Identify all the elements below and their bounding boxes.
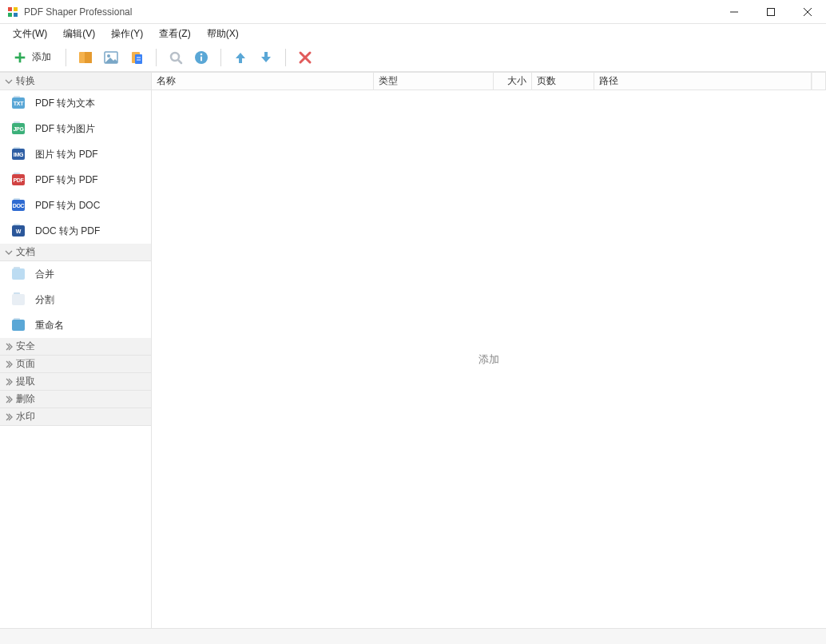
list-body[interactable]: 添加: [152, 90, 826, 628]
menu-file[interactable]: 文件(W): [5, 26, 55, 42]
info-button[interactable]: [189, 45, 214, 70]
column-path[interactable]: 路径: [594, 73, 812, 89]
file-type-icon: DOC: [11, 198, 26, 213]
svg-rect-1: [768, 8, 775, 15]
toolbar-separator: [156, 49, 157, 66]
remove-button[interactable]: [292, 45, 318, 70]
image-button[interactable]: [98, 45, 124, 70]
group-header-2[interactable]: 安全: [0, 338, 151, 356]
toolbar-separator: [66, 49, 66, 66]
sidebar-item-0-0[interactable]: TXTPDF 转为文本: [0, 90, 151, 116]
sidebar-item-label: PDF 转为 DOC: [35, 199, 100, 213]
add-button[interactable]: 添加: [8, 45, 59, 70]
chevron-right-icon: [5, 378, 13, 386]
menu-edit[interactable]: 编辑(V): [55, 26, 103, 42]
close-icon: [297, 50, 313, 66]
sidebar-item-0-4[interactable]: DOCPDF 转为 DOC: [0, 193, 151, 218]
group-title: 删除: [16, 392, 35, 406]
folder-button[interactable]: [73, 45, 98, 70]
minimize-button[interactable]: [716, 0, 753, 24]
group-title: 页面: [16, 357, 35, 371]
sidebar-item-0-5[interactable]: WDOC 转为 PDF: [0, 218, 151, 244]
menu-bar: 文件(W) 编辑(V) 操作(Y) 查看(Z) 帮助(X): [0, 24, 826, 43]
group-title: 提取: [16, 375, 35, 388]
list-placeholder: 添加: [479, 352, 499, 367]
status-bar: [0, 628, 826, 644]
close-button[interactable]: [789, 0, 826, 24]
column-name[interactable]: 名称: [152, 73, 374, 89]
add-button-label: 添加: [32, 50, 51, 64]
plus-icon: [13, 50, 27, 65]
group-header-3[interactable]: 页面: [0, 356, 151, 373]
file-type-icon: IMG: [11, 147, 26, 161]
sidebar: 转换TXTPDF 转为文本JPGPDF 转为图片IMG图片 转为 PDFPDFP…: [0, 73, 152, 628]
file-type-icon: TXT: [11, 96, 26, 110]
file-type-icon: [11, 267, 26, 281]
window-title: PDF Shaper Professional: [24, 6, 132, 18]
sidebar-item-1-2[interactable]: 重命名: [0, 312, 151, 338]
column-size[interactable]: 大小: [494, 73, 532, 89]
svg-rect-18: [201, 56, 202, 61]
column-type[interactable]: 类型: [374, 73, 494, 89]
search-button[interactable]: [163, 45, 189, 70]
toolbar: 添加: [0, 43, 826, 72]
column-pages[interactable]: 页数: [532, 73, 594, 89]
menu-view[interactable]: 查看(Z): [151, 26, 198, 42]
chevron-down-icon: [5, 78, 13, 85]
file-type-icon: [11, 318, 26, 332]
sidebar-item-label: 合并: [35, 268, 54, 281]
sidebar-item-0-1[interactable]: JPGPDF 转为图片: [0, 116, 151, 141]
info-icon: [193, 50, 209, 66]
group-title: 安全: [16, 340, 35, 353]
chevron-right-icon: [5, 360, 13, 368]
group-header-5[interactable]: 删除: [0, 391, 151, 408]
svg-rect-7: [85, 52, 92, 63]
chevron-down-icon: [5, 248, 13, 256]
paste-button[interactable]: [124, 45, 149, 70]
arrow-down-icon: [258, 50, 274, 66]
sidebar-item-label: 重命名: [35, 319, 64, 332]
title-bar: PDF Shaper Professional: [0, 0, 826, 24]
sidebar-item-label: 图片 转为 PDF: [35, 148, 98, 161]
sidebar-item-1-0[interactable]: 合并: [0, 261, 151, 287]
chevron-right-icon: [5, 396, 13, 403]
menu-action[interactable]: 操作(Y): [103, 26, 151, 42]
group-title: 水印: [16, 410, 35, 423]
folder-icon: [77, 50, 93, 66]
sidebar-item-0-3[interactable]: PDFPDF 转为 PDF: [0, 167, 151, 193]
sidebar-item-0-2[interactable]: IMG图片 转为 PDF: [0, 141, 151, 167]
sidebar-item-label: PDF 转为图片: [35, 122, 95, 136]
sidebar-item-1-1[interactable]: 分割: [0, 287, 151, 312]
app-icon: [6, 6, 19, 18]
move-up-button[interactable]: [228, 45, 253, 70]
group-header-6[interactable]: 水印: [0, 408, 151, 426]
group-header-1[interactable]: 文档: [0, 244, 151, 261]
file-type-icon: [11, 292, 26, 307]
chevron-right-icon: [5, 343, 13, 351]
move-down-button[interactable]: [253, 45, 279, 70]
toolbar-separator: [220, 49, 221, 66]
group-header-0[interactable]: 转换: [0, 73, 151, 90]
sidebar-item-label: DOC 转为 PDF: [35, 225, 100, 238]
svg-rect-11: [135, 54, 142, 64]
list-header: 名称 类型 大小 页数 路径: [152, 73, 826, 90]
group-title: 文档: [16, 245, 35, 259]
group-title: 转换: [16, 74, 35, 88]
maximize-button[interactable]: [753, 0, 789, 24]
scrollbar-placeholder: [812, 73, 826, 89]
file-type-icon: JPG: [11, 121, 26, 136]
arrow-up-icon: [232, 50, 248, 66]
sidebar-item-label: PDF 转为文本: [35, 97, 95, 110]
toolbar-separator: [285, 49, 286, 66]
file-list: 名称 类型 大小 页数 路径 添加: [152, 73, 826, 628]
image-icon: [103, 50, 119, 66]
svg-point-9: [107, 54, 110, 58]
menu-help[interactable]: 帮助(X): [199, 26, 247, 42]
chevron-right-icon: [5, 413, 13, 421]
file-type-icon: W: [11, 224, 26, 238]
file-type-icon: PDF: [11, 173, 26, 187]
group-header-4[interactable]: 提取: [0, 373, 151, 391]
svg-point-17: [201, 53, 203, 55]
sidebar-item-label: PDF 转为 PDF: [35, 173, 98, 187]
search-icon: [168, 50, 184, 66]
